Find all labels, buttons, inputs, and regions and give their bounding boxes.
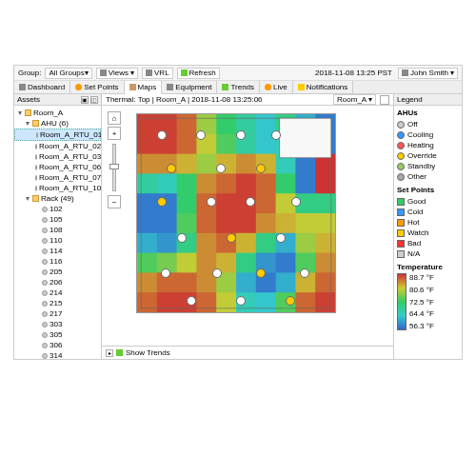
svg-rect-34 <box>216 173 237 194</box>
sensor-marker[interactable] <box>256 164 266 173</box>
svg-rect-36 <box>256 173 277 194</box>
tree-item[interactable]: 110 <box>14 235 101 246</box>
vrl-button[interactable]: VRL <box>142 68 173 79</box>
tree-item[interactable]: 303 <box>14 319 101 329</box>
svg-rect-22 <box>177 154 198 175</box>
svg-rect-94 <box>216 292 237 312</box>
tree-item[interactable]: 114 <box>14 246 101 256</box>
svg-rect-30 <box>137 173 158 194</box>
sensor-marker[interactable] <box>227 233 236 243</box>
group-select[interactable]: All Groups ▾ <box>45 68 91 79</box>
fit-button[interactable]: ⌂ <box>108 111 121 125</box>
svg-rect-32 <box>177 173 198 194</box>
tab-equipment[interactable]: Equipment <box>162 81 217 93</box>
svg-rect-12 <box>177 134 198 155</box>
sensor-marker[interactable] <box>276 233 286 243</box>
legend-title: Legend <box>397 95 423 104</box>
tree-item[interactable]: 214 <box>14 288 101 298</box>
timestamp: 2018-11-08 13:25 PST <box>315 69 392 77</box>
svg-rect-77 <box>276 253 297 274</box>
main: Assets ▣◫ ▾Room_A▾AHU (6)Room_A_RTU_01Ro… <box>14 94 462 359</box>
legend-panel: Legend AHUsOffCoolingHeatingOverrideStan… <box>393 94 462 359</box>
tree-item[interactable]: Room_A_RTU_03 <box>14 151 101 162</box>
svg-rect-54 <box>216 213 237 234</box>
tree-item[interactable]: ▾AHU (6) <box>14 118 101 129</box>
zoom-in-button[interactable]: + <box>108 127 121 140</box>
legend-row: Heating <box>397 140 459 150</box>
tree-item[interactable]: ▾Rack (49) <box>14 193 101 204</box>
tree-item[interactable]: 102 <box>14 204 101 214</box>
svg-rect-35 <box>236 173 257 194</box>
tree-item[interactable]: 105 <box>14 214 101 225</box>
tab-live[interactable]: Live <box>260 81 293 93</box>
map-area[interactable]: ⌂ + − <box>102 106 393 346</box>
asset-tree[interactable]: ▾Room_A▾AHU (6)Room_A_RTU_01Room_A_RTU_0… <box>14 106 101 359</box>
user-menu[interactable]: John Smith ▾ <box>398 68 458 79</box>
svg-rect-38 <box>295 173 316 194</box>
tree-item[interactable]: Room_A_RTU_01 <box>14 129 101 141</box>
views-button[interactable]: Views ▾ <box>96 68 138 79</box>
svg-rect-14 <box>216 134 237 155</box>
group-label: Group: <box>18 69 41 77</box>
legend-row: Hot <box>397 217 459 228</box>
tool-icon[interactable] <box>380 95 389 105</box>
tab-dashboard[interactable]: Dashboard <box>14 81 70 93</box>
svg-rect-33 <box>196 173 217 194</box>
refresh-button[interactable]: Refresh <box>177 68 220 79</box>
tree-item[interactable]: 206 <box>14 277 101 288</box>
sensor-marker[interactable] <box>300 268 309 278</box>
svg-rect-52 <box>177 213 198 234</box>
tab-setpoints[interactable]: Set Points <box>70 81 124 93</box>
svg-rect-49 <box>315 193 335 214</box>
tab-maps[interactable]: Maps <box>125 81 163 94</box>
svg-rect-72 <box>177 253 198 274</box>
tree-item[interactable]: ▾Room_A <box>14 108 101 118</box>
svg-rect-2 <box>177 114 198 135</box>
svg-rect-61 <box>157 233 178 254</box>
svg-rect-99 <box>315 292 335 312</box>
tree-collapse-icon[interactable]: ◫ <box>90 96 98 104</box>
trends-label[interactable]: Show Trends <box>126 348 170 357</box>
tree-item[interactable]: Room_A_RTU_10 <box>14 183 101 193</box>
zoom-out-button[interactable]: − <box>108 195 121 208</box>
tree-item[interactable]: Room_A_RTU_07 <box>14 172 101 183</box>
svg-rect-75 <box>236 253 257 274</box>
tree-item[interactable]: 314 <box>14 350 101 359</box>
tree-item[interactable]: 215 <box>14 298 101 308</box>
legend-row: Override <box>397 150 459 161</box>
tree-item[interactable]: 305 <box>14 329 101 340</box>
tree-item[interactable]: Room_A_RTU_06 <box>14 162 101 172</box>
sensor-marker[interactable] <box>177 233 187 243</box>
trends-bar: ▸ Show Trends <box>102 346 393 359</box>
tree-item[interactable]: Room_A_RTU_02 <box>14 141 101 151</box>
svg-rect-59 <box>315 213 335 234</box>
tab-trends[interactable]: Trends <box>217 81 260 93</box>
tree-item[interactable]: 217 <box>14 308 101 319</box>
breadcrumb: Thermal: Top | Room_A | 2018-11-08 13:25… <box>102 94 393 106</box>
sensor-marker[interactable] <box>157 130 167 140</box>
sensor-marker[interactable] <box>196 130 206 140</box>
zoom-slider[interactable] <box>112 144 116 191</box>
room-select[interactable]: Room_A ▾ <box>333 94 376 105</box>
assets-panel: Assets ▣◫ ▾Room_A▾AHU (6)Room_A_RTU_01Ro… <box>14 94 102 359</box>
svg-rect-68 <box>295 233 316 254</box>
heatmap[interactable] <box>136 113 336 313</box>
tab-notifications[interactable]: Notifications <box>293 81 354 93</box>
trends-toggle[interactable]: ▸ <box>106 349 113 357</box>
svg-rect-55 <box>236 213 257 234</box>
legend-row: N/A <box>397 248 459 259</box>
tree-item[interactable]: 205 <box>14 267 101 277</box>
legend-row: Cold <box>397 207 459 217</box>
sensor-marker[interactable] <box>236 130 246 140</box>
svg-rect-51 <box>157 213 178 234</box>
tree-item[interactable]: 306 <box>14 340 101 350</box>
tree-item[interactable]: 108 <box>14 225 101 235</box>
svg-rect-42 <box>177 193 198 214</box>
svg-rect-66 <box>256 233 277 254</box>
tree-item[interactable]: 116 <box>14 256 101 267</box>
legend-row: Bad <box>397 238 459 248</box>
svg-rect-57 <box>276 213 297 234</box>
svg-rect-101 <box>280 118 331 158</box>
tree-expand-icon[interactable]: ▣ <box>81 96 89 104</box>
sensor-marker[interactable] <box>256 268 266 278</box>
